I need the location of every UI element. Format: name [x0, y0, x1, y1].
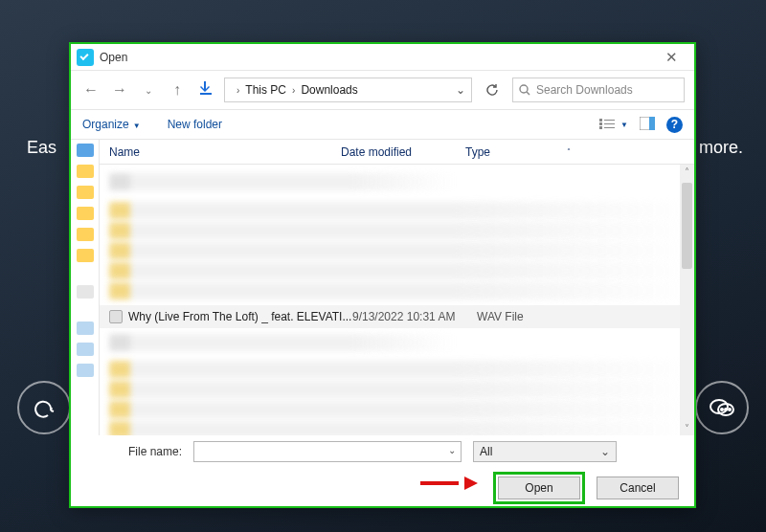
col-type[interactable]: Type˄ [465, 145, 571, 159]
content: Name Date modified Type˄ Why (Live From … [71, 140, 694, 435]
chevron-right-icon: › [231, 85, 245, 96]
list-item[interactable] [109, 282, 685, 299]
bg-undo-button[interactable] [17, 381, 71, 434]
scrollbar[interactable]: ˄ ˅ [680, 165, 694, 435]
bottom-bar: File name: ⌄ All Open Cancel [71, 435, 694, 506]
svg-rect-7 [599, 119, 602, 122]
bg-chat-button[interactable] [695, 381, 749, 434]
list-item[interactable] [109, 421, 685, 435]
svg-rect-5 [200, 93, 212, 95]
list-item[interactable] [109, 242, 685, 259]
file-type: WAV File [477, 310, 524, 323]
tree-drive-icon[interactable] [77, 343, 94, 356]
search-icon [519, 84, 530, 96]
svg-point-6 [520, 85, 528, 93]
tree-thispc-icon[interactable] [77, 321, 94, 335]
svg-rect-10 [604, 120, 615, 121]
search-placeholder: Search Downloads [536, 83, 633, 97]
tree-folder-icon[interactable] [77, 186, 94, 199]
tree-onedrive-icon[interactable] [77, 285, 94, 299]
app-logo-icon [77, 49, 94, 66]
annotation-arrow [420, 477, 478, 487]
list-item[interactable] [109, 173, 455, 190]
filename-input[interactable] [193, 441, 462, 462]
chevron-down-icon[interactable]: ⌄ [456, 83, 465, 97]
cancel-button[interactable]: Cancel [597, 477, 679, 499]
downloads-icon [195, 80, 216, 100]
wav-file-icon [109, 310, 123, 323]
crumb-downloads[interactable]: Downloads [301, 83, 357, 97]
svg-rect-14 [649, 117, 655, 130]
file-area: Name Date modified Type˄ Why (Live From … [100, 140, 694, 435]
nav-forward-icon[interactable]: → [109, 81, 130, 99]
help-icon[interactable]: ? [666, 117, 683, 133]
svg-point-4 [729, 409, 731, 410]
list-item[interactable] [109, 222, 685, 239]
filename-label: File name: [86, 445, 182, 458]
chevron-right-icon: › [286, 85, 301, 96]
organize-menu[interactable]: Organize▼ [82, 118, 141, 131]
scroll-up-icon[interactable]: ˄ [685, 165, 689, 179]
nav-recent-icon[interactable]: ⌄ [138, 85, 159, 96]
svg-point-2 [721, 409, 723, 410]
tree-quickaccess-icon[interactable] [77, 144, 94, 157]
file-type-filter[interactable]: All [473, 441, 617, 462]
svg-rect-12 [604, 127, 615, 128]
search-input[interactable]: Search Downloads [512, 78, 685, 102]
toolbar: Organize▼ New folder ▼ ? [71, 109, 694, 140]
tree-folder-icon[interactable] [77, 249, 94, 262]
svg-rect-11 [604, 123, 615, 124]
svg-rect-8 [599, 122, 602, 125]
col-date[interactable]: Date modified [341, 145, 465, 159]
nav-row: ← → ⌄ ↑ › This PC › Downloads ⌄ Search D… [71, 71, 694, 109]
refresh-icon[interactable] [485, 83, 499, 97]
tree-folder-icon[interactable] [77, 207, 94, 220]
dialog-title: Open [100, 51, 127, 64]
file-list[interactable]: Why (Live From The Loft) _ feat. ELEVATI… [100, 165, 694, 435]
tree-folder-icon[interactable] [77, 228, 94, 241]
file-open-dialog: Open ✕ ← → ⌄ ↑ › This PC › Downloads ⌄ S… [69, 42, 696, 508]
crumb-this-pc[interactable]: This PC [245, 83, 286, 97]
column-headers: Name Date modified Type˄ [100, 140, 694, 165]
close-icon[interactable]: ✕ [654, 49, 688, 66]
file-date: 9/13/2022 10:31 AM [352, 310, 477, 323]
nav-back-icon[interactable]: ← [80, 81, 101, 99]
open-button[interactable]: Open [498, 477, 580, 499]
chevron-down-icon[interactable]: ⌄ [448, 445, 456, 455]
list-item-selected[interactable]: Why (Live From The Loft) _ feat. ELEVATI… [100, 305, 694, 328]
tree-folder-icon[interactable] [77, 165, 94, 178]
folder-tree[interactable] [71, 140, 100, 435]
scroll-thumb[interactable] [682, 183, 692, 269]
bg-text-right: more. [699, 138, 743, 158]
list-item[interactable] [109, 381, 685, 398]
list-item[interactable] [109, 202, 685, 219]
tree-drive-icon[interactable] [77, 364, 94, 377]
list-item[interactable] [109, 262, 685, 279]
preview-pane-icon[interactable] [640, 117, 655, 133]
list-item[interactable] [109, 334, 455, 351]
nav-up-icon[interactable]: ↑ [167, 81, 188, 99]
svg-point-3 [725, 409, 727, 410]
bg-text-left: Eas [27, 138, 56, 158]
breadcrumb[interactable]: › This PC › Downloads ⌄ [224, 78, 472, 102]
col-name[interactable]: Name [100, 145, 341, 159]
scroll-down-icon[interactable]: ˅ [685, 421, 689, 435]
new-folder-button[interactable]: New folder [168, 118, 222, 131]
svg-rect-9 [599, 126, 602, 129]
view-mode-button[interactable]: ▼ [599, 119, 628, 130]
list-item[interactable] [109, 361, 685, 378]
file-name: Why (Live From The Loft) _ feat. ELEVATI… [128, 310, 352, 323]
list-item[interactable] [109, 401, 685, 418]
open-button-highlight: Open [493, 472, 585, 504]
titlebar: Open ✕ [71, 44, 694, 71]
